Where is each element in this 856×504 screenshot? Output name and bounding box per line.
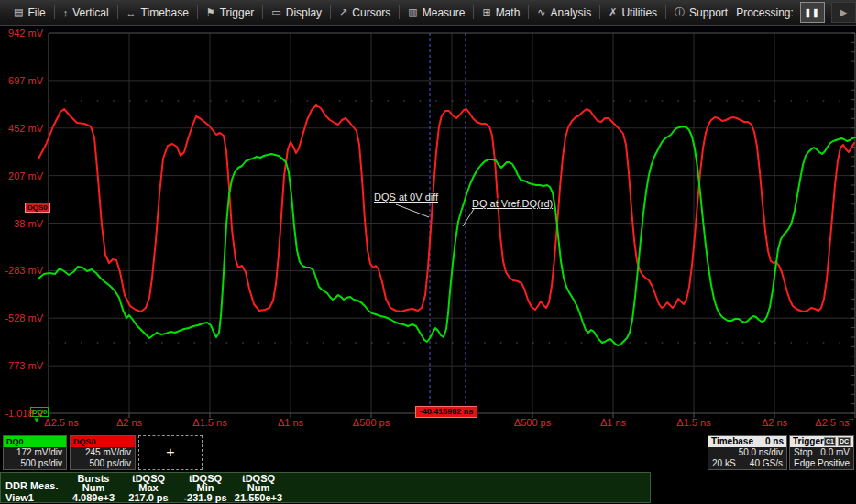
waveform-annotation: DQS at 0V diff <box>374 192 438 203</box>
annotation-leader-line <box>396 204 429 217</box>
menu-item-trigger[interactable]: ⚑Trigger <box>198 0 262 25</box>
timebase-acq: 20 kS 40 GS/s <box>708 458 786 469</box>
x-axis-label: Δ1.5 ns <box>676 417 710 428</box>
ddr-col-value: -231.9 ps <box>177 492 234 503</box>
channel-box-dq0[interactable]: DQ0 172 mV/div 500 ps/div <box>3 435 67 470</box>
ddr-measure-table[interactable]: DDR Meas. View1 BurstsNum4.089e+3tDQSQMa… <box>0 472 651 503</box>
y-axis-label: -283 mV <box>1 265 43 276</box>
x-axis-label: Δ2.5 ns <box>44 417 78 428</box>
x-axis-label: Δ1.5 ns <box>192 417 226 428</box>
dqs0-level-marker[interactable]: DQS0 <box>25 203 50 213</box>
support-icon: ⓘ <box>675 5 685 19</box>
ddr-col-header: tDQSQMin <box>177 474 234 492</box>
ddr-col-value: 217.0 ps <box>120 492 177 503</box>
file-icon: ▤ <box>14 6 23 18</box>
trigger-mode-line: Stop 0.0 mV <box>790 447 853 458</box>
annotation-leader-line <box>463 209 474 226</box>
timebase-title: Timebase <box>711 436 753 447</box>
menu-item-timebase[interactable]: ↔Timebase <box>118 0 197 25</box>
trigger-header: Trigger C1DC <box>790 436 853 447</box>
y-axis-label: -38 mV <box>1 218 43 229</box>
y-axis-label: -773 mV <box>1 360 43 371</box>
menu-item-measure[interactable]: ▥Measure <box>400 0 473 25</box>
channel-dq0-vdiv: 172 mV/div <box>4 447 66 458</box>
channel-box-dqs0[interactable]: DQS0 245 mV/div 500 ps/div <box>70 435 136 470</box>
trigger-level: 0.0 mV <box>820 447 850 458</box>
trigger-type: Edge <box>794 458 815 469</box>
cursors-icon: ↗ <box>339 6 347 18</box>
timebase-icon: ↔ <box>126 7 137 18</box>
x-axis-label: Δ500 ps <box>514 417 551 428</box>
cursor-delta-readout[interactable]: -48.416982 ns <box>415 406 477 418</box>
x-axis-label: Δ1 ns <box>278 417 303 428</box>
ddr-col-header: tDQSQMax <box>120 474 177 492</box>
x-axis-label: Δ500 ps <box>353 417 390 428</box>
oscilloscope-app: ▤File↕Vertical↔Timebase⚑Trigger▭Display↗… <box>0 0 856 504</box>
add-trace-button[interactable]: + <box>138 435 203 470</box>
ddr-col-header: BurstsNum <box>65 474 122 492</box>
y-axis-label: 207 mV <box>1 170 43 181</box>
channel-dqs0-header: DQS0 <box>71 436 135 447</box>
menu-item-label: Analysis <box>551 6 592 19</box>
menu-item-cursors[interactable]: ↗Cursors <box>331 0 399 25</box>
waveform-annotation: DQ at Vref.DQ(rd) <box>472 198 553 209</box>
channel-dq0-tdiv: 500 ps/div <box>4 458 66 469</box>
processing-pause-button[interactable]: ❚❚ <box>800 2 825 23</box>
y-axis-label: -1.018 V <box>1 408 43 419</box>
trigger-badge-dc: DC <box>838 437 851 446</box>
y-axis-label: -528 mV <box>1 312 43 323</box>
measure-icon: ▥ <box>408 6 417 18</box>
dqs0-trace <box>38 105 854 312</box>
x-axis-label: Δ2 ns <box>116 417 142 428</box>
menu-bar-right: Processing: ❚❚ ▶ Default: Undo ↶ <box>736 1 856 25</box>
y-axis-label: 452 mV <box>1 123 43 134</box>
menu-item-label: Cursors <box>352 6 390 19</box>
ddr-table-title: DDR Meas. <box>5 480 58 491</box>
timebase-samples: 20 kS <box>712 458 736 469</box>
menu-item-file[interactable]: ▤File <box>5 0 54 25</box>
channel-dq0-header: DQ0 <box>4 436 66 447</box>
trigger-title: Trigger <box>793 436 824 447</box>
vertical-icon: ↕ <box>63 7 69 18</box>
menu-item-analysis[interactable]: ∿Analysis <box>529 0 599 25</box>
ddr-col-value: 4.089e+3 <box>65 492 122 503</box>
trigger-slope: Positive <box>818 458 850 469</box>
menu-item-label: Display <box>286 6 322 19</box>
menu-item-display[interactable]: ▭Display <box>263 0 330 25</box>
timebase-offset: 0 ns <box>765 436 784 447</box>
trigger-box[interactable]: Trigger C1DC Stop 0.0 mV Edge Positive <box>789 435 854 470</box>
timebase-box[interactable]: Timebase 0 ns 50.0 ns/div 20 kS 40 GS/s <box>708 435 787 470</box>
menu-bar: ▤File↕Vertical↔Timebase⚑Trigger▭Display↗… <box>0 0 856 26</box>
menu-item-utilities[interactable]: ✗Utilities <box>600 0 665 25</box>
y-axis-label: 942 mV <box>1 27 43 38</box>
trigger-type-line: Edge Positive <box>790 458 853 469</box>
menu-item-label: Measure <box>423 6 466 19</box>
menu-item-vertical[interactable]: ↕Vertical <box>55 0 117 25</box>
processing-label: Processing: <box>736 6 794 19</box>
channel-dqs0-tdiv: 500 ps/div <box>71 458 135 469</box>
waveform-display <box>0 26 856 433</box>
timebase-rate: 40 GS/s <box>750 458 783 469</box>
trigger-icon: ⚑ <box>206 6 215 18</box>
math-icon: ⊞ <box>482 6 490 18</box>
menu-item-label: File <box>27 6 45 19</box>
analysis-icon: ∿ <box>537 6 545 18</box>
menu-item-label: Timebase <box>141 6 189 19</box>
x-axis-label: Δ2 ns <box>762 417 787 428</box>
y-axis-label: 697 mV <box>1 75 43 86</box>
timebase-scale: 50.0 ns/div <box>708 447 786 458</box>
channel-dqs0-vdiv: 245 mV/div <box>71 447 135 458</box>
trigger-badge-c1: C1 <box>824 437 836 446</box>
descriptor-bar: DQ0 172 mV/div 500 ps/div DQS0 245 mV/di… <box>0 433 856 472</box>
menu-items: ▤File↕Vertical↔Timebase⚑Trigger▭Display↗… <box>5 0 736 25</box>
menu-item-label: Support <box>689 6 728 19</box>
display-icon: ▭ <box>271 6 280 18</box>
utilities-icon: ✗ <box>609 6 617 18</box>
menu-item-label: Trigger <box>220 6 255 19</box>
scope-area: DQS0 DQ0 ▼ -48.416982 ns → 942 mV697 mV4… <box>0 26 856 433</box>
menu-item-label: Utilities <box>621 6 657 19</box>
menu-item-math[interactable]: ⊞Math <box>474 0 528 25</box>
processing-play-button[interactable]: ▶ <box>831 2 856 23</box>
x-axis-label: Δ1 ns <box>600 417 626 428</box>
menu-item-support[interactable]: ⓘSupport <box>666 0 736 25</box>
